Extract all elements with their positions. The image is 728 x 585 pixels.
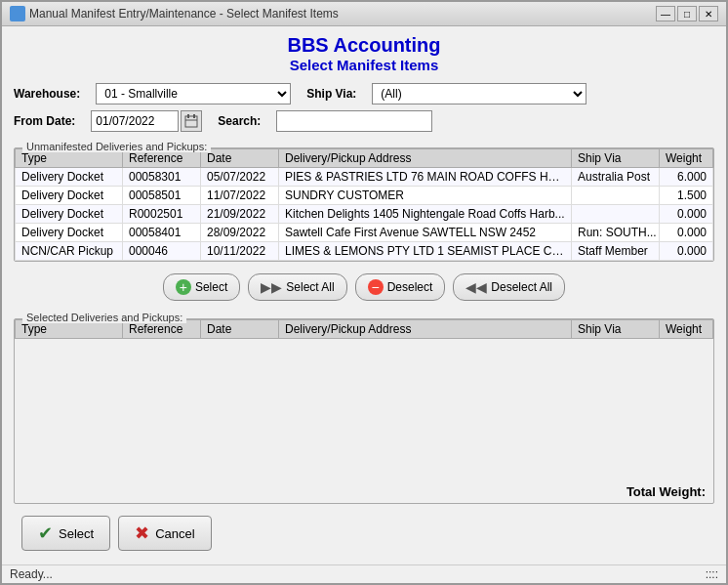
col-header-weight: Weight [660, 149, 713, 168]
table-row[interactable]: Delivery Docket0005850111/07/2022SUNDRY … [16, 187, 713, 205]
minimize-button[interactable]: — [656, 6, 675, 21]
footer-cancel-button[interactable]: ✖ Cancel [118, 516, 211, 551]
x-icon: ✖ [135, 522, 149, 544]
warehouse-select[interactable]: 01 - Smallville [96, 83, 291, 104]
select-all-button[interactable]: ▶▶ Select All [248, 273, 346, 301]
select-button[interactable]: + Select [163, 273, 240, 301]
svg-rect-3 [185, 116, 197, 127]
company-title: BBS Accounting [14, 34, 714, 57]
selected-group-label: Selected Deliveries and Pickups: [22, 312, 186, 323]
table-row[interactable]: Delivery DocketR000250121/09/2022Kitchen… [16, 205, 713, 224]
ship-via-label: Ship Via: [306, 87, 356, 101]
sel-col-header-date: Date [201, 320, 279, 339]
search-label: Search: [218, 114, 261, 128]
deselect-icon: − [368, 279, 384, 295]
main-window: Manual Manifest Entry/Maintenance - Sele… [0, 0, 728, 585]
status-bar: Ready... :::: [2, 564, 726, 583]
sel-col-header-shipvia: Ship Via [572, 320, 660, 339]
search-input[interactable] [276, 110, 432, 132]
select-all-icon: ▶▶ [261, 279, 282, 295]
window-title: Manual Manifest Entry/Maintenance - Sele… [29, 7, 339, 21]
total-weight-label: Total Weight: [627, 484, 706, 499]
status-text: Ready... [10, 567, 53, 581]
unmanifested-table-container[interactable]: Type Reference Date Delivery/Pickup Addr… [15, 148, 713, 261]
footer-select-label: Select [59, 526, 94, 541]
selected-table-container[interactable]: Type Reference Date Delivery/Pickup Addr… [15, 319, 713, 481]
title-bar-left: Manual Manifest Entry/Maintenance - Sele… [10, 6, 339, 21]
calendar-button[interactable] [181, 110, 202, 132]
table-row[interactable]: Delivery Docket0005840128/09/2022Sawtell… [16, 224, 713, 242]
deselect-all-icon: ◀◀ [465, 279, 487, 295]
svg-rect-4 [187, 114, 189, 118]
deselect-btn-label: Deselect [387, 280, 433, 294]
footer-cancel-label: Cancel [155, 526, 194, 541]
main-content: BBS Accounting Select Manifest Items War… [2, 26, 726, 564]
col-header-date: Date [201, 149, 279, 168]
title-bar: Manual Manifest Entry/Maintenance - Sele… [2, 2, 726, 26]
unmanifested-table: Type Reference Date Delivery/Pickup Addr… [15, 148, 713, 261]
svg-rect-5 [193, 114, 195, 118]
selected-group: Selected Deliveries and Pickups: Type Re… [14, 318, 714, 504]
sel-col-header-address: Delivery/Pickup Address [279, 320, 572, 339]
col-header-shipvia: Ship Via [572, 149, 660, 168]
sel-col-header-weight: Weight [660, 320, 713, 339]
maximize-button[interactable]: □ [677, 6, 697, 21]
select-icon: + [176, 279, 191, 295]
action-buttons-row: + Select ▶▶ Select All − Deselect ◀◀ Des… [14, 268, 714, 307]
svg-rect-0 [12, 8, 23, 17]
deselect-button[interactable]: − Deselect [355, 273, 446, 301]
from-date-label: From Date: [14, 114, 75, 128]
date-wrapper [91, 110, 202, 132]
footer-select-button[interactable]: ✔ Select [21, 516, 110, 551]
header-section: BBS Accounting Select Manifest Items [14, 34, 714, 73]
table-row[interactable]: NCN/CAR Pickup00004610/11/2022LIMES & LE… [16, 242, 713, 261]
deselect-all-btn-label: Deselect All [491, 280, 552, 294]
deselect-all-button[interactable]: ◀◀ Deselect All [453, 273, 565, 301]
from-date-input[interactable] [91, 110, 179, 132]
unmanifested-group-label: Unmanifested Deliveries and Pickups: [22, 141, 211, 152]
svg-rect-2 [13, 18, 22, 19]
status-dots: :::: [706, 567, 718, 581]
check-icon: ✔ [38, 522, 53, 544]
footer-buttons: ✔ Select ✖ Cancel [14, 510, 714, 557]
form-row-2: From Date: Search: [14, 110, 714, 132]
warehouse-label: Warehouse: [14, 87, 80, 101]
page-subtitle: Select Manifest Items [14, 57, 714, 73]
total-weight-panel: Total Weight: [15, 481, 713, 503]
select-all-btn-label: Select All [286, 280, 334, 294]
select-btn-label: Select [195, 280, 227, 294]
table-row[interactable]: Delivery Docket0005830105/07/2022PIES & … [16, 168, 713, 187]
col-header-address: Delivery/Pickup Address [279, 149, 572, 168]
ship-via-select[interactable]: (All) [372, 83, 586, 104]
window-controls: — □ ✕ [656, 6, 718, 21]
unmanifested-group: Unmanifested Deliveries and Pickups: Typ… [14, 147, 714, 262]
app-icon [10, 6, 25, 21]
close-button[interactable]: ✕ [699, 6, 718, 21]
form-row-1: Warehouse: 01 - Smallville Ship Via: (Al… [14, 83, 714, 104]
